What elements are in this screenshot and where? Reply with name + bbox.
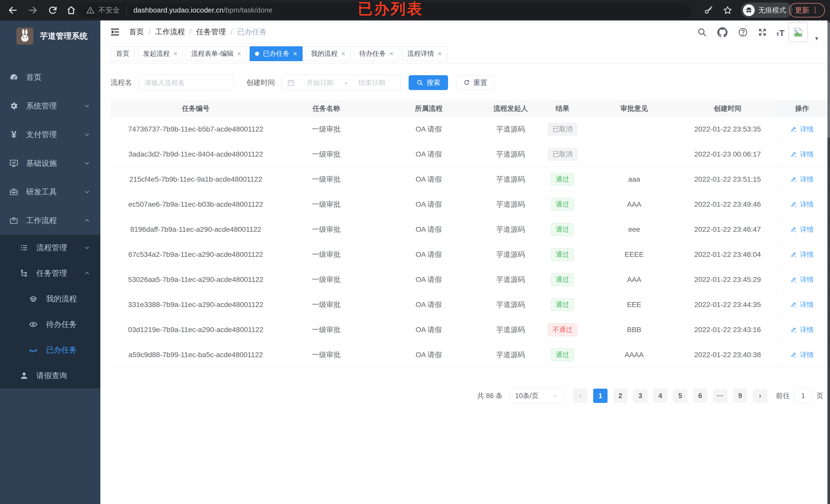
tab-close-icon[interactable]: × — [389, 50, 393, 57]
browser-back-icon[interactable] — [8, 5, 18, 15]
app-title: 芋道管理系统 — [40, 31, 88, 41]
detail-link[interactable]: 详情 — [790, 150, 814, 159]
cell-actions: 详情 — [776, 142, 827, 167]
table-row: 03d1219e-7b9a-11ec-a290-acde48001122一级审批… — [110, 317, 827, 342]
scrollbar-thumb[interactable] — [827, 23, 830, 138]
cell-comment: AAA — [589, 192, 679, 217]
help-icon[interactable] — [738, 27, 748, 37]
tab-close-icon[interactable]: × — [341, 50, 345, 57]
chevron-down-icon — [84, 244, 91, 251]
detail-link[interactable]: 详情 — [790, 200, 814, 209]
sidebar-item-leave-query[interactable]: 请假查询 — [0, 363, 100, 389]
page-button-4[interactable]: 4 — [653, 389, 667, 403]
sidebar-collapse-icon[interactable] — [109, 27, 120, 37]
date-range-picker[interactable]: 开始日期 - 结束日期 — [281, 75, 401, 91]
detail-link-label: 详情 — [800, 200, 814, 209]
sidebar-item-payment[interactable]: ¥支付管理 — [0, 120, 100, 149]
eye-closed-icon — [29, 345, 38, 355]
reset-button[interactable]: 重置 — [456, 75, 494, 90]
tab-close-icon[interactable]: × — [237, 50, 241, 57]
page-button-1[interactable]: 1 — [593, 389, 608, 403]
tab-close-icon[interactable]: × — [293, 50, 297, 57]
cell-result: 已取消 — [536, 117, 589, 141]
detail-link[interactable]: 详情 — [790, 125, 814, 134]
breadcrumb-workflow[interactable]: 工作流程 — [155, 27, 185, 37]
sidebar-item-label: 待办任务 — [46, 319, 77, 330]
detail-link-label: 详情 — [800, 225, 814, 234]
cell-task-id: 215cf4e5-7b9b-11ec-9a1b-acde48001122 — [110, 167, 281, 192]
tab-done-tasks[interactable]: 已办任务× — [250, 46, 302, 61]
cell-created-time: 2022-01-22 23:40:38 — [679, 342, 776, 367]
table-row: 67c534a2-7b9a-11ec-a290-acde48001122一级审批… — [110, 242, 827, 267]
sidebar-item-system[interactable]: 系统管理 — [0, 92, 100, 120]
cell-initiator: 芋道源码 — [486, 267, 536, 292]
detail-link[interactable]: 详情 — [790, 350, 814, 360]
prev-page-button[interactable]: ‹ — [573, 389, 587, 403]
tab-todo-tasks[interactable]: 待办任务× — [354, 46, 399, 61]
page-button-2[interactable]: 2 — [613, 389, 628, 403]
result-badge: 通过 — [551, 273, 574, 286]
cell-result: 通过 — [536, 167, 589, 192]
tab-close-icon[interactable]: × — [438, 50, 442, 57]
end-date-placeholder: 结束日期 — [348, 78, 395, 87]
browser-forward-icon[interactable] — [28, 5, 38, 15]
github-icon[interactable] — [717, 27, 728, 37]
cell-task-id: a59c9d88-7b99-11ec-ba5c-acde48001122 — [110, 342, 281, 367]
page-button-6[interactable]: 6 — [693, 389, 707, 403]
col-header-comment: 审批意见 — [589, 100, 679, 116]
password-key-icon[interactable] — [704, 5, 714, 15]
page-size-select[interactable]: 10条/页 — [510, 389, 564, 403]
search-button[interactable]: 搜索 — [409, 75, 448, 90]
tab-label: 流程详情 — [407, 49, 434, 58]
incognito-label: 无痕模式 — [758, 6, 786, 15]
browser-reload-icon[interactable] — [47, 5, 58, 15]
detail-link[interactable]: 详情 — [790, 175, 814, 184]
page-button-9[interactable]: 9 — [733, 389, 747, 403]
tab-my-process[interactable]: 我的流程× — [306, 46, 351, 61]
tab-close-icon[interactable]: × — [173, 50, 178, 57]
sidebar-item-home[interactable]: 首页 — [0, 63, 100, 92]
app-logo[interactable]: 芋道管理系统 — [0, 21, 100, 52]
avatar-dropdown-caret-icon[interactable]: ▾ — [815, 35, 818, 42]
breadcrumb-home[interactable]: 首页 — [129, 27, 144, 37]
page-button-5[interactable]: 5 — [673, 389, 688, 403]
sidebar-item-process-mgmt[interactable]: 流程管理 — [0, 235, 100, 261]
tab-home[interactable]: 首页 — [110, 46, 135, 61]
font-size-icon[interactable]: тT — [776, 28, 785, 38]
cell-process: OA 请假 — [372, 242, 486, 267]
cell-actions: 详情 — [776, 117, 827, 141]
detail-link[interactable]: 详情 — [790, 300, 814, 309]
process-name-input[interactable] — [138, 75, 233, 91]
sidebar-item-infra[interactable]: 基础设施 — [0, 149, 100, 177]
browser-menu-kebab-icon[interactable] — [811, 6, 819, 14]
cell-task-id: 74736737-7b9b-11ec-b5b7-acde48001122 — [110, 117, 281, 141]
incognito-icon — [743, 4, 755, 16]
breadcrumb-task-mgmt[interactable]: 任务管理 — [196, 27, 226, 37]
sidebar-item-workflow[interactable]: 工作流程 — [0, 206, 100, 235]
browser-update-button[interactable]: 更新 — [789, 3, 825, 18]
page-scrollbar[interactable] — [827, 21, 830, 504]
detail-link[interactable]: 详情 — [790, 325, 814, 334]
sidebar-item-todo-tasks[interactable]: 待办任务 — [0, 312, 100, 337]
search-icon[interactable] — [697, 27, 707, 37]
tab-process-detail[interactable]: 流程详情× — [402, 46, 447, 61]
sidebar-item-my-process[interactable]: 我的流程 — [0, 286, 100, 312]
next-page-button[interactable]: › — [753, 389, 767, 403]
fullscreen-icon[interactable] — [757, 27, 768, 37]
bookmark-star-icon[interactable] — [723, 5, 733, 15]
tab-start-process[interactable]: 发起流程× — [138, 46, 183, 61]
detail-link[interactable]: 详情 — [790, 250, 814, 259]
sidebar-item-done-tasks[interactable]: 已办任务 — [0, 337, 100, 363]
tab-form-edit[interactable]: 流程表单-编辑× — [186, 46, 247, 61]
page-ellipsis[interactable]: ··· — [713, 389, 727, 403]
goto-page-input[interactable] — [794, 389, 812, 403]
detail-link-label: 详情 — [800, 300, 814, 309]
avatar[interactable] — [789, 23, 808, 42]
detail-link[interactable]: 详情 — [790, 225, 814, 234]
sidebar-item-task-mgmt[interactable]: 任务管理 — [0, 261, 100, 286]
page-button-3[interactable]: 3 — [633, 389, 647, 403]
cell-created-time: 2022-01-22 23:53:35 — [679, 117, 776, 141]
detail-link[interactable]: 详情 — [790, 275, 814, 284]
browser-home-icon[interactable] — [66, 5, 76, 15]
sidebar-item-devtools[interactable]: 研发工具 — [0, 177, 100, 206]
